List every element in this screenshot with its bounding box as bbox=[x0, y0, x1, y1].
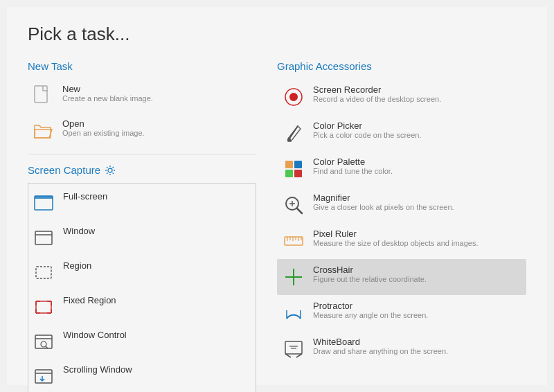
capture-fullscreen[interactable]: Full-screen bbox=[28, 186, 256, 221]
main-container: Pick a task... New Task New Create a new… bbox=[7, 7, 547, 385]
region-icon bbox=[31, 260, 56, 285]
scroll-area-wrapper: Full-screen Window bbox=[28, 183, 256, 392]
graphic-pixel-ruler[interactable]: Pixel Ruler Measure the size of desktop … bbox=[277, 223, 526, 259]
svg-rect-29 bbox=[294, 161, 302, 168]
whiteboard-name: WhiteBoard bbox=[313, 337, 448, 347]
pixel-ruler-desc: Measure the size of desktop objects and … bbox=[313, 239, 478, 247]
fixed-region-icon bbox=[31, 295, 56, 320]
svg-rect-20 bbox=[35, 370, 52, 383]
columns-layout: New Task New Create a new blank image. bbox=[28, 60, 526, 392]
magnifier-desc: Give a closer look at pixels on the scre… bbox=[313, 203, 454, 211]
graphic-magnifier[interactable]: Magnifier Give a closer look at pixels o… bbox=[277, 187, 526, 223]
color-palette-text: Color Palette Find and tune the color. bbox=[313, 157, 393, 175]
svg-rect-7 bbox=[36, 301, 51, 313]
screen-capture-scroll-section: Full-screen Window bbox=[28, 183, 256, 392]
new-task-name: New bbox=[62, 84, 153, 94]
color-picker-text: Color Picker Pick a color code on the sc… bbox=[313, 121, 422, 139]
color-picker-icon bbox=[281, 121, 306, 145]
crosshair-icon bbox=[281, 265, 306, 289]
svg-rect-4 bbox=[35, 231, 52, 244]
screen-recorder-desc: Record a video of the desktop screen. bbox=[313, 95, 441, 103]
whiteboard-icon bbox=[281, 337, 306, 362]
screen-capture-section-title: Screen Capture bbox=[28, 164, 256, 176]
capture-scrolling-window[interactable]: Scrolling Window bbox=[28, 359, 256, 392]
svg-rect-3 bbox=[35, 196, 53, 199]
task-new[interactable]: New Create a new blank image. bbox=[28, 79, 256, 114]
task-open[interactable]: Open Open an existing image. bbox=[28, 114, 256, 148]
svg-point-18 bbox=[41, 341, 46, 347]
window-control-label: Window Control bbox=[63, 330, 127, 340]
crosshair-text: CrossHair Figure out the relative coordi… bbox=[313, 265, 427, 283]
color-palette-icon bbox=[281, 157, 306, 181]
crosshair-name: CrossHair bbox=[313, 265, 427, 275]
region-text: Region bbox=[63, 260, 91, 271]
capture-fixed-region[interactable]: Fixed Region bbox=[28, 290, 256, 325]
fullscreen-text: Full-screen bbox=[63, 191, 107, 202]
fixed-region-text: Fixed Region bbox=[63, 295, 116, 305]
fixed-region-label: Fixed Region bbox=[63, 295, 116, 305]
new-task-section-title: New Task bbox=[28, 60, 256, 72]
screen-capture-scroll-area[interactable]: Full-screen Window bbox=[28, 184, 256, 392]
color-picker-name: Color Picker bbox=[313, 121, 422, 131]
open-task-text: Open Open an existing image. bbox=[62, 118, 145, 137]
svg-point-25 bbox=[289, 93, 298, 101]
pixel-ruler-text: Pixel Ruler Measure the size of desktop … bbox=[313, 229, 478, 247]
capture-window[interactable]: Window bbox=[28, 221, 256, 256]
protractor-desc: Measure any angle on the screen. bbox=[313, 311, 428, 319]
screen-recorder-icon bbox=[281, 84, 306, 109]
svg-rect-0 bbox=[35, 86, 47, 103]
new-task-text: New Create a new blank image. bbox=[62, 84, 153, 103]
graphic-color-picker[interactable]: Color Picker Pick a color code on the sc… bbox=[277, 115, 526, 151]
scrolling-window-icon bbox=[31, 364, 56, 389]
svg-point-1 bbox=[108, 168, 112, 172]
new-file-icon bbox=[30, 84, 55, 109]
svg-rect-47 bbox=[285, 341, 302, 354]
protractor-name: Protractor bbox=[313, 301, 428, 311]
magnifier-name: Magnifier bbox=[313, 193, 454, 203]
window-label: Window bbox=[63, 226, 95, 236]
graphic-color-palette[interactable]: Color Palette Find and tune the color. bbox=[277, 151, 526, 187]
color-palette-desc: Find and tune the color. bbox=[313, 167, 393, 175]
right-column: Graphic Accessories Screen Recorder Reco… bbox=[256, 60, 526, 392]
graphic-crosshair[interactable]: CrossHair Figure out the relative coordi… bbox=[277, 259, 526, 295]
magnifier-text: Magnifier Give a closer look at pixels o… bbox=[313, 193, 454, 211]
svg-rect-27 bbox=[287, 139, 291, 141]
fullscreen-label: Full-screen bbox=[63, 191, 107, 202]
svg-line-33 bbox=[297, 208, 302, 213]
capture-region[interactable]: Region bbox=[28, 256, 256, 290]
color-palette-name: Color Palette bbox=[313, 157, 393, 167]
pixel-ruler-icon bbox=[281, 229, 306, 253]
left-column: New Task New Create a new blank image. bbox=[28, 60, 256, 392]
pixel-ruler-name: Pixel Ruler bbox=[313, 229, 478, 239]
protractor-icon bbox=[281, 301, 306, 326]
color-picker-desc: Pick a color code on the screen. bbox=[313, 131, 422, 139]
open-task-desc: Open an existing image. bbox=[62, 129, 145, 137]
window-text: Window bbox=[63, 226, 95, 236]
window-control-text: Window Control bbox=[63, 330, 127, 340]
crosshair-desc: Figure out the relative coordinate. bbox=[313, 275, 427, 283]
graphic-screen-recorder[interactable]: Screen Recorder Record a video of the de… bbox=[277, 79, 526, 115]
open-file-icon bbox=[30, 118, 55, 143]
graphic-section-title: Graphic Accessories bbox=[277, 60, 526, 72]
whiteboard-text: WhiteBoard Draw and share anything on th… bbox=[313, 337, 448, 355]
section-divider bbox=[28, 154, 256, 154]
graphic-whiteboard[interactable]: WhiteBoard Draw and share anything on th… bbox=[277, 331, 526, 367]
scrolling-window-text: Scrolling Window bbox=[63, 364, 132, 375]
magnifier-icon bbox=[281, 193, 306, 217]
window-icon bbox=[31, 226, 56, 251]
svg-rect-28 bbox=[285, 161, 293, 168]
graphic-protractor[interactable]: Protractor Measure any angle on the scre… bbox=[277, 295, 526, 331]
screen-capture-label: Screen Capture bbox=[28, 164, 100, 176]
scrolling-window-label: Scrolling Window bbox=[63, 364, 132, 375]
capture-window-control[interactable]: Window Control bbox=[28, 325, 256, 359]
open-task-name: Open bbox=[62, 118, 145, 129]
new-task-desc: Create a new blank image. bbox=[62, 94, 153, 103]
settings-icon bbox=[105, 165, 116, 176]
window-control-icon bbox=[31, 330, 56, 355]
screen-recorder-text: Screen Recorder Record a video of the de… bbox=[313, 84, 441, 103]
svg-rect-30 bbox=[285, 170, 293, 177]
page-title: Pick a task... bbox=[28, 24, 526, 45]
protractor-text: Protractor Measure any angle on the scre… bbox=[313, 301, 428, 319]
svg-rect-31 bbox=[294, 170, 302, 177]
region-label: Region bbox=[63, 260, 91, 271]
